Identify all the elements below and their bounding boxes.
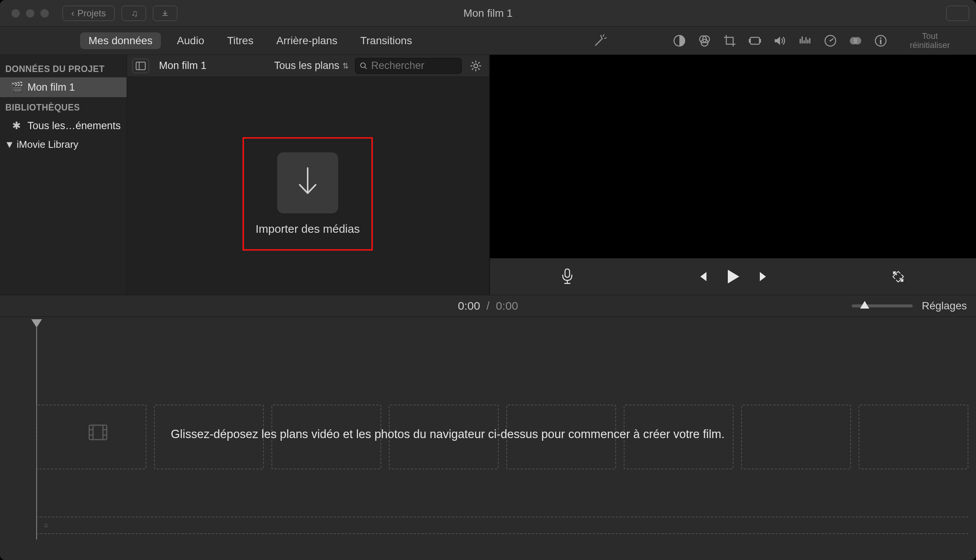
next-button[interactable] [757, 270, 770, 283]
zoom-thumb-icon[interactable] [860, 301, 869, 308]
svg-rect-11 [759, 39, 761, 43]
svg-point-23 [474, 64, 478, 68]
play-icon [726, 269, 740, 284]
audio-track[interactable]: ♫ [37, 517, 968, 534]
voiceover-button[interactable] [561, 268, 574, 285]
svg-rect-18 [880, 40, 881, 44]
stabilize-icon[interactable] [747, 32, 763, 49]
media-browser: Mon film 1 Tous les plans ⇅ [127, 55, 490, 295]
clip-filter-label: Tous les plans [274, 60, 339, 72]
inspector-controls: Tout réinitialiser [592, 32, 962, 50]
maximize-window-icon[interactable] [40, 9, 49, 18]
time-sep: / [486, 300, 490, 312]
svg-rect-9 [750, 37, 759, 44]
tab-transitions[interactable]: Transitions [353, 32, 419, 49]
auto-enhance-icon[interactable] [592, 32, 608, 49]
crop-icon[interactable] [721, 32, 738, 49]
browser-toolbar: Mon film 1 Tous les plans ⇅ [127, 55, 489, 77]
gear-icon [470, 60, 482, 72]
info-icon[interactable] [872, 32, 889, 49]
projects-button[interactable]: ‹ Projets [62, 6, 115, 21]
search-field[interactable] [355, 58, 462, 74]
svg-point-21 [361, 63, 365, 67]
svg-rect-32 [565, 269, 570, 277]
disclosure-triangle-icon[interactable]: ▼ [5, 139, 15, 150]
svg-line-30 [472, 68, 473, 70]
microphone-icon [561, 268, 574, 285]
skip-back-icon [697, 270, 709, 283]
timeline-settings-button[interactable]: Réglages [922, 300, 967, 312]
minimize-window-icon[interactable] [26, 9, 34, 18]
main-split: DONNÉES DU PROJET 🎬 Mon film 1 BIBLIOTHÈ… [0, 55, 976, 295]
star-icon: ✱ [11, 120, 22, 132]
media-library-button[interactable]: ♫ [122, 6, 146, 21]
svg-line-29 [478, 68, 480, 70]
svg-rect-19 [136, 62, 145, 70]
browser-settings-button[interactable] [468, 58, 484, 74]
sidebar: DONNÉES DU PROJET 🎬 Mon film 1 BIBLIOTHÈ… [0, 55, 127, 295]
sidebar-layout-icon [136, 62, 145, 70]
reset-all-button[interactable]: Tout réinitialiser [897, 32, 962, 50]
timeline-header: 0:00 / 0:00 Réglages [0, 295, 976, 317]
close-window-icon[interactable] [12, 9, 20, 18]
timecode: 0:00 / 0:00 [458, 300, 518, 312]
preview-canvas [490, 55, 976, 258]
color-balance-icon[interactable] [671, 32, 688, 49]
sidebar-item-imovie-library[interactable]: ▼ iMovie Library [0, 136, 127, 153]
clapperboard-icon: 🎬 [11, 81, 22, 93]
timeline-hint: Glissez-déposez les plans vidéo et les p… [171, 427, 725, 441]
prev-button[interactable] [697, 270, 709, 283]
time-current: 0:00 [458, 300, 480, 312]
svg-point-17 [880, 37, 881, 39]
reset-line1: Tout [897, 32, 962, 41]
search-input[interactable] [371, 60, 457, 72]
music-note-icon: ♫ [43, 522, 48, 529]
chevron-left-icon: ‹ [71, 8, 74, 19]
svg-point-13 [830, 40, 831, 42]
titlebar: ‹ Projets ♫ Mon film 1 [0, 0, 976, 27]
timeline[interactable]: Glissez-déposez les plans vidéo et les p… [0, 317, 976, 560]
tab-titles[interactable]: Titres [221, 32, 261, 49]
transport-controls [697, 269, 770, 284]
clip-placeholder [741, 405, 851, 469]
sidebar-item-project[interactable]: 🎬 Mon film 1 [0, 77, 127, 97]
color-correction-icon[interactable] [696, 32, 713, 49]
sidebar-item-all-events[interactable]: ✱ Tous les…énements [0, 116, 127, 136]
time-duration: 0:00 [496, 300, 518, 312]
noise-reduction-icon[interactable] [797, 32, 814, 49]
sidebar-item-label: iMovie Library [17, 139, 79, 150]
fullscreen-button[interactable] [891, 270, 905, 283]
svg-line-31 [478, 62, 480, 63]
updown-chevron-icon: ⇅ [343, 61, 349, 70]
import-media-button[interactable] [277, 152, 338, 213]
reset-line2: réinitialiser [897, 41, 962, 50]
svg-line-22 [364, 67, 366, 68]
speed-icon[interactable] [822, 32, 839, 49]
clip-filter-icon[interactable] [847, 32, 864, 49]
svg-rect-10 [749, 39, 750, 43]
sidebar-item-label: Mon film 1 [27, 82, 75, 93]
category-tabs-row: Mes données Audio Titres Arrière-plans T… [0, 27, 976, 55]
play-button[interactable] [726, 269, 740, 284]
window-title: Mon film 1 [463, 7, 512, 20]
expand-icon [891, 270, 905, 283]
download-arrow-icon [294, 166, 321, 200]
download-icon [162, 8, 169, 18]
app-window: ‹ Projets ♫ Mon film 1 Mes données Audio… [0, 0, 976, 560]
titlebar-left-buttons: ‹ Projets ♫ [62, 6, 177, 21]
tab-backgrounds[interactable]: Arrière-plans [269, 32, 344, 49]
tab-my-media[interactable]: Mes données [80, 32, 161, 49]
clip-filter-dropdown[interactable]: Tous les plans ⇅ [274, 60, 349, 72]
tab-audio[interactable]: Audio [170, 32, 211, 49]
zoom-slider[interactable] [852, 304, 913, 307]
sidebar-header-libraries: BIBLIOTHÈQUES [0, 97, 127, 116]
volume-icon[interactable] [772, 32, 789, 49]
playback-controls [490, 258, 976, 295]
skip-forward-icon [757, 270, 770, 283]
sidebar-header-project: DONNÉES DU PROJET [0, 59, 127, 77]
svg-line-28 [472, 62, 473, 63]
import-button[interactable] [153, 6, 177, 21]
import-media-highlight: Importer des médias [242, 137, 373, 251]
browser-layout-toggle[interactable] [132, 59, 149, 73]
share-button[interactable] [946, 6, 969, 21]
